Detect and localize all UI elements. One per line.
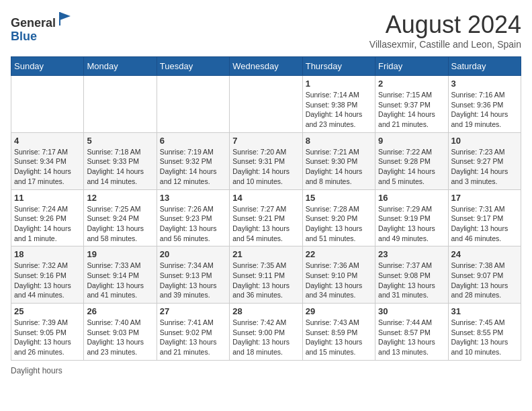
day-info: Sunrise: 7:44 AMSunset: 8:57 PMDaylight:… (378, 318, 445, 357)
calendar-header: SundayMondayTuesdayWednesdayThursdayFrid… (11, 57, 521, 76)
day-number: 5 (87, 136, 153, 146)
calendar-cell: 31Sunrise: 7:45 AMSunset: 8:55 PMDayligh… (448, 304, 521, 361)
calendar-cell: 4Sunrise: 7:17 AMSunset: 9:34 PMDaylight… (11, 132, 84, 189)
day-info: Sunrise: 7:16 AMSunset: 9:36 PMDaylight:… (451, 90, 518, 130)
calendar-cell: 9Sunrise: 7:22 AMSunset: 9:28 PMDaylight… (375, 132, 448, 189)
day-number: 11 (14, 193, 81, 203)
day-of-week-header: Saturday (448, 57, 521, 76)
day-info: Sunrise: 7:22 AMSunset: 9:28 PMDaylight:… (378, 147, 445, 187)
logo-text: General (11, 11, 73, 30)
calendar-table: SundayMondayTuesdayWednesdayThursdayFrid… (11, 56, 521, 361)
calendar-cell: 19Sunrise: 7:33 AMSunset: 9:14 PMDayligh… (84, 246, 157, 304)
day-number: 29 (306, 306, 372, 316)
day-info: Sunrise: 7:40 AMSunset: 9:03 PMDaylight:… (87, 318, 153, 357)
logo-blue-text: Blue (11, 30, 73, 44)
day-info: Sunrise: 7:45 AMSunset: 8:55 PMDaylight:… (451, 318, 518, 357)
calendar-cell: 26Sunrise: 7:40 AMSunset: 9:03 PMDayligh… (84, 304, 157, 361)
calendar-cell: 29Sunrise: 7:43 AMSunset: 8:59 PMDayligh… (302, 304, 375, 361)
day-number: 19 (87, 249, 153, 259)
day-info: Sunrise: 7:14 AMSunset: 9:38 PMDaylight:… (306, 90, 372, 130)
calendar-week-row: 18Sunrise: 7:32 AMSunset: 9:16 PMDayligh… (11, 246, 521, 304)
day-info: Sunrise: 7:29 AMSunset: 9:19 PMDaylight:… (378, 204, 445, 244)
calendar-cell: 22Sunrise: 7:36 AMSunset: 9:10 PMDayligh… (302, 246, 375, 304)
calendar-cell: 13Sunrise: 7:26 AMSunset: 9:23 PMDayligh… (157, 189, 229, 246)
day-number: 1 (306, 79, 372, 89)
page-header: General Blue August 2024 Villasexmir, Ca… (11, 11, 521, 50)
day-info: Sunrise: 7:39 AMSunset: 9:05 PMDaylight:… (14, 318, 81, 357)
day-info: Sunrise: 7:42 AMSunset: 9:00 PMDaylight:… (232, 318, 299, 357)
calendar-week-row: 1Sunrise: 7:14 AMSunset: 9:38 PMDaylight… (11, 76, 521, 133)
day-number: 18 (14, 249, 81, 259)
calendar-cell: 3Sunrise: 7:16 AMSunset: 9:36 PMDaylight… (448, 76, 521, 133)
calendar-cell: 28Sunrise: 7:42 AMSunset: 9:00 PMDayligh… (230, 304, 302, 361)
calendar-cell: 10Sunrise: 7:23 AMSunset: 9:27 PMDayligh… (448, 132, 521, 189)
day-number: 23 (378, 249, 445, 259)
calendar-week-row: 4Sunrise: 7:17 AMSunset: 9:34 PMDaylight… (11, 132, 521, 189)
day-info: Sunrise: 7:36 AMSunset: 9:10 PMDaylight:… (306, 261, 372, 300)
calendar-cell: 1Sunrise: 7:14 AMSunset: 9:38 PMDaylight… (302, 76, 375, 133)
day-info: Sunrise: 7:32 AMSunset: 9:16 PMDaylight:… (14, 261, 81, 300)
day-number: 4 (14, 136, 81, 146)
day-info: Sunrise: 7:35 AMSunset: 9:11 PMDaylight:… (232, 261, 299, 300)
calendar-cell: 15Sunrise: 7:28 AMSunset: 9:20 PMDayligh… (302, 189, 375, 246)
day-info: Sunrise: 7:15 AMSunset: 9:37 PMDaylight:… (378, 90, 445, 130)
day-info: Sunrise: 7:33 AMSunset: 9:14 PMDaylight:… (87, 261, 153, 300)
day-number: 14 (232, 193, 299, 203)
day-info: Sunrise: 7:25 AMSunset: 9:24 PMDaylight:… (87, 204, 153, 244)
month-title: August 2024 (369, 11, 521, 39)
footer: Daylight hours (11, 366, 521, 375)
day-number: 22 (306, 249, 372, 259)
day-number: 20 (160, 249, 226, 259)
calendar-cell (11, 76, 84, 133)
day-info: Sunrise: 7:28 AMSunset: 9:20 PMDaylight:… (306, 204, 372, 244)
day-of-week-header: Monday (84, 57, 157, 76)
calendar-cell: 6Sunrise: 7:19 AMSunset: 9:32 PMDaylight… (157, 132, 229, 189)
day-info: Sunrise: 7:21 AMSunset: 9:30 PMDaylight:… (306, 147, 372, 187)
logo-general: General (11, 16, 56, 30)
day-number: 13 (160, 193, 226, 203)
day-info: Sunrise: 7:24 AMSunset: 9:26 PMDaylight:… (14, 204, 81, 244)
title-block: August 2024 Villasexmir, Castille and Le… (369, 11, 521, 50)
day-number: 28 (232, 306, 299, 316)
day-number: 12 (87, 193, 153, 203)
calendar-cell: 14Sunrise: 7:27 AMSunset: 9:21 PMDayligh… (230, 189, 302, 246)
day-info: Sunrise: 7:17 AMSunset: 9:34 PMDaylight:… (14, 147, 81, 187)
calendar-week-row: 25Sunrise: 7:39 AMSunset: 9:05 PMDayligh… (11, 304, 521, 361)
day-number: 9 (378, 136, 445, 146)
calendar-cell: 11Sunrise: 7:24 AMSunset: 9:26 PMDayligh… (11, 189, 84, 246)
day-of-week-header: Thursday (302, 57, 375, 76)
calendar-cell: 17Sunrise: 7:31 AMSunset: 9:17 PMDayligh… (448, 189, 521, 246)
day-info: Sunrise: 7:31 AMSunset: 9:17 PMDaylight:… (451, 204, 518, 244)
calendar-cell: 24Sunrise: 7:38 AMSunset: 9:07 PMDayligh… (448, 246, 521, 304)
calendar-cell: 30Sunrise: 7:44 AMSunset: 8:57 PMDayligh… (375, 304, 448, 361)
day-number: 3 (451, 79, 518, 89)
days-of-week-row: SundayMondayTuesdayWednesdayThursdayFrid… (11, 57, 521, 76)
day-number: 24 (451, 249, 518, 259)
calendar-cell: 7Sunrise: 7:20 AMSunset: 9:31 PMDaylight… (230, 132, 302, 189)
calendar-cell: 27Sunrise: 7:41 AMSunset: 9:02 PMDayligh… (157, 304, 229, 361)
day-number: 15 (306, 193, 372, 203)
logo-flag-icon (57, 11, 73, 27)
day-info: Sunrise: 7:26 AMSunset: 9:23 PMDaylight:… (160, 204, 226, 244)
day-number: 21 (232, 249, 299, 259)
logo: General Blue (11, 11, 73, 44)
day-number: 7 (232, 136, 299, 146)
calendar-cell (230, 76, 302, 133)
calendar-week-row: 11Sunrise: 7:24 AMSunset: 9:26 PMDayligh… (11, 189, 521, 246)
calendar-cell: 5Sunrise: 7:18 AMSunset: 9:33 PMDaylight… (84, 132, 157, 189)
calendar-cell (84, 76, 157, 133)
calendar-cell: 2Sunrise: 7:15 AMSunset: 9:37 PMDaylight… (375, 76, 448, 133)
calendar-cell (157, 76, 229, 133)
day-number: 25 (14, 306, 81, 316)
day-number: 16 (378, 193, 445, 203)
calendar-body: 1Sunrise: 7:14 AMSunset: 9:38 PMDaylight… (11, 76, 521, 361)
day-info: Sunrise: 7:34 AMSunset: 9:13 PMDaylight:… (160, 261, 226, 300)
day-number: 31 (451, 306, 518, 316)
day-info: Sunrise: 7:19 AMSunset: 9:32 PMDaylight:… (160, 147, 226, 187)
day-number: 17 (451, 193, 518, 203)
day-of-week-header: Wednesday (230, 57, 302, 76)
day-info: Sunrise: 7:38 AMSunset: 9:07 PMDaylight:… (451, 261, 518, 300)
day-of-week-header: Friday (375, 57, 448, 76)
day-number: 10 (451, 136, 518, 146)
day-number: 30 (378, 306, 445, 316)
